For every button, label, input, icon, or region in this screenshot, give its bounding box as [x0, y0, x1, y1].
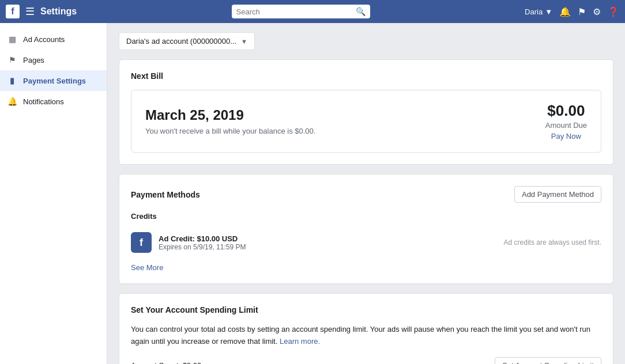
sidebar-label-pages: Pages — [23, 56, 44, 65]
next-bill-card: Next Bill March 25, 2019 You won't recei… — [119, 59, 613, 165]
amount-spent: Amount Spent: $0.00 — [131, 361, 201, 364]
credits-section: Credits f Ad Credit: $10.00 USD Expires … — [131, 212, 601, 272]
next-bill-date-section: March 25, 2019 You won't receive a bill … — [145, 107, 315, 135]
payment-methods-title: Payment Methods — [131, 190, 200, 199]
bill-subtitle: You won't receive a bill while your bala… — [145, 127, 315, 135]
credit-name: Ad Credit: $10.00 USD — [159, 234, 497, 243]
sidebar-item-notifications[interactable]: 🔔 Notifications — [0, 91, 107, 112]
hamburger-icon[interactable]: ☰ — [25, 5, 35, 18]
account-selector-chevron-icon: ▼ — [241, 38, 247, 45]
search-bar: 🔍 — [232, 5, 370, 18]
pay-now-link[interactable]: Pay Now — [545, 132, 587, 141]
see-more-link[interactable]: See More — [131, 263, 163, 272]
sidebar-label-ad-accounts: Ad Accounts — [23, 35, 65, 44]
credits-label: Credits — [131, 212, 601, 221]
user-chevron-icon: ▼ — [545, 7, 552, 16]
sidebar-label-payment-settings: Payment Settings — [23, 77, 86, 85]
search-input[interactable] — [236, 7, 352, 16]
credit-info: Ad Credit: $10.00 USD Expires on 5/9/19,… — [159, 234, 497, 251]
spending-footer: Amount Spent: $0.00 Set Account Spending… — [131, 357, 601, 364]
bill-date: March 25, 2019 — [145, 107, 315, 123]
flag-icon[interactable]: ⚑ — [578, 6, 586, 17]
credit-expiry: Expires on 5/9/19, 11:59 PM — [159, 243, 497, 251]
search-icon: 🔍 — [356, 7, 366, 16]
settings-icon[interactable]: ⚙ — [593, 6, 601, 17]
account-spending-card: Set Your Account Spending Limit You can … — [119, 293, 613, 364]
top-navigation: f ☰ Settings 🔍 Daria ▼ 🔔 ⚑ ⚙ ❓ — [0, 0, 625, 23]
sidebar-label-notifications: Notifications — [23, 97, 64, 106]
sidebar-item-pages[interactable]: ⚑ Pages — [0, 50, 107, 70]
account-selector-label: Daria's ad account (000000000... — [126, 37, 236, 46]
bill-amount: $0.00 — [545, 102, 587, 120]
nav-title: Settings — [40, 6, 77, 17]
user-name: Daria — [525, 7, 543, 16]
bell-icon: 🔔 — [7, 96, 17, 107]
notifications-icon[interactable]: 🔔 — [559, 6, 571, 17]
sidebar-item-payment-settings[interactable]: ▮ Payment Settings — [0, 70, 107, 91]
credit-item: f Ad Credit: $10.00 USD Expires on 5/9/1… — [131, 227, 601, 257]
payment-icon: ▮ — [7, 75, 17, 86]
payment-methods-header: Payment Methods Add Payment Method — [131, 186, 601, 203]
next-bill-title: Next Bill — [131, 71, 601, 81]
sidebar-item-ad-accounts[interactable]: ▦ Ad Accounts — [0, 29, 107, 50]
help-icon[interactable]: ❓ — [608, 6, 619, 17]
main-content: Daria's ad account (000000000... ▼ Next … — [107, 23, 625, 364]
sidebar: ▦ Ad Accounts ⚑ Pages ▮ Payment Settings… — [0, 23, 107, 364]
credit-note: Ad credits are always used first. — [504, 238, 601, 247]
pages-icon: ⚑ — [7, 55, 17, 65]
user-menu[interactable]: Daria ▼ — [525, 7, 552, 16]
next-bill-inner: March 25, 2019 You won't receive a bill … — [131, 90, 601, 153]
set-account-spending-limit-button[interactable]: Set Account Spending Limit — [495, 357, 601, 364]
add-payment-method-button[interactable]: Add Payment Method — [514, 186, 601, 203]
learn-more-link[interactable]: Learn more. — [280, 337, 320, 346]
facebook-logo: f — [6, 5, 20, 18]
bill-amount-section: $0.00 Amount Due Pay Now — [545, 102, 587, 141]
account-selector[interactable]: Daria's ad account (000000000... ▼ — [119, 32, 255, 50]
spending-limit-title: Set Your Account Spending Limit — [131, 305, 601, 314]
spending-description: You can control your total ad costs by s… — [131, 324, 601, 348]
amount-due-label: Amount Due — [545, 121, 587, 130]
grid-icon: ▦ — [7, 34, 17, 44]
payment-methods-card: Payment Methods Add Payment Method Credi… — [119, 174, 613, 284]
fb-credit-logo: f — [131, 232, 152, 253]
